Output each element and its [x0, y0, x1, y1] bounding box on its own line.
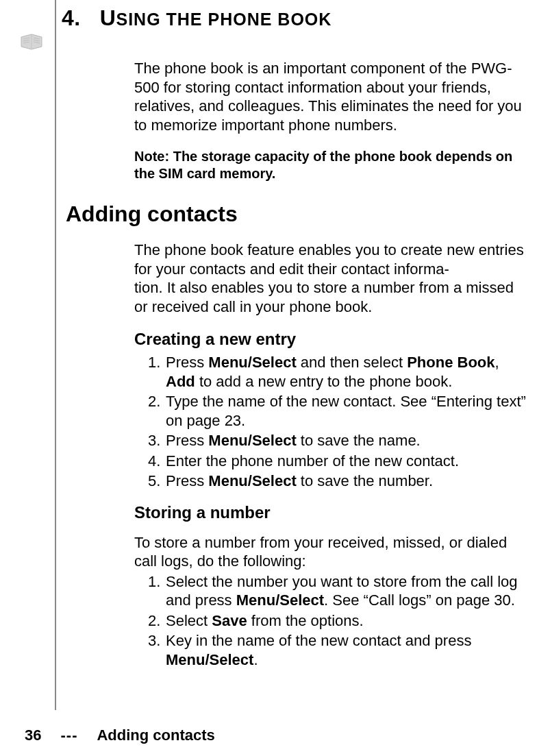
text-run: Select: [166, 612, 212, 629]
text-run: Press: [166, 432, 208, 449]
list-text: Select Save from the options.: [166, 611, 528, 631]
page-footer: 36 --- Adding contacts: [25, 727, 215, 744]
intro-paragraph: The phone book is an important component…: [134, 59, 528, 134]
list-storing-number: 1. Select the number you want to store f…: [148, 572, 528, 670]
subheading-storing: Storing a number: [134, 503, 528, 522]
list-creating-entry: 1. Press Menu/Select and then select Pho…: [148, 353, 528, 491]
footer-separator: ---: [60, 727, 77, 744]
list-number: 1.: [148, 353, 166, 391]
list-item: 3. Press Menu/Select to save the name.: [148, 431, 528, 450]
page-number: 36: [25, 727, 41, 744]
text-run: ,: [495, 354, 499, 371]
list-number: 4.: [148, 452, 166, 471]
text-run: and then select: [297, 354, 407, 371]
chapter-title-rest: SING THE PHONE BOOK: [116, 10, 332, 29]
list-text: Type the name of the new contact. See “E…: [166, 392, 528, 430]
list-item: 4. Enter the phone number of the new con…: [148, 452, 528, 471]
bold-run: Phone Book: [407, 354, 495, 371]
text-run: to save the name.: [297, 432, 421, 449]
list-item: 1. Press Menu/Select and then select Pho…: [148, 353, 528, 391]
text-run: Press: [166, 354, 208, 371]
bold-run: Menu/Select: [208, 432, 296, 449]
chapter-number: 4.: [62, 5, 81, 30]
list-number: 3.: [148, 431, 166, 450]
list-text: Key in the name of the new contact and p…: [166, 631, 528, 669]
bold-run: Menu/Select: [166, 651, 253, 668]
list-number: 2.: [148, 392, 166, 430]
list-text: Press Menu/Select to save the number.: [166, 472, 528, 491]
list-number: 2.: [148, 611, 166, 631]
list-item: 1. Select the number you want to store f…: [148, 572, 528, 610]
list-item: 3. Key in the name of the new contact an…: [148, 631, 528, 669]
text-run: Press: [166, 472, 208, 489]
list-number: 1.: [148, 572, 166, 610]
section-heading-adding: Adding contacts: [66, 202, 460, 227]
body-column: The phone book is an important component…: [134, 59, 528, 681]
text-run: from the options.: [247, 612, 364, 629]
chapter-title-first: U: [100, 5, 116, 30]
list-item: 5. Press Menu/Select to save the number.: [148, 472, 528, 491]
text-run: to add a new entry to the phone book.: [195, 373, 453, 390]
bold-run: Add: [166, 373, 195, 390]
footer-title: Adding contacts: [97, 727, 214, 744]
subheading-creating: Creating a new entry: [134, 330, 528, 349]
margin-rule: [55, 0, 56, 710]
list-item: 2. Type the name of the new contact. See…: [148, 392, 528, 430]
bold-run: Menu/Select: [208, 472, 296, 489]
list-number: 5.: [148, 472, 166, 491]
text-run: .: [253, 651, 258, 668]
list-text: Press Menu/Select and then select Phone …: [166, 353, 528, 391]
text-run: Key in the name of the new contact and p…: [166, 632, 471, 649]
list-item: 2. Select Save from the options.: [148, 611, 528, 631]
list-text: Select the number you want to store from…: [166, 572, 528, 610]
sub2-paragraph: To store a number from your received, mi…: [134, 533, 528, 571]
list-number: 3.: [148, 631, 166, 669]
list-text: Enter the phone number of the new contac…: [166, 452, 528, 471]
bold-run: Menu/Select: [236, 592, 324, 609]
chapter-title: 4. USING THE PHONE BOOK: [62, 5, 332, 31]
bold-run: Save: [212, 612, 247, 629]
list-text: Press Menu/Select to save the name.: [166, 431, 528, 450]
phonebook-icon: [19, 32, 44, 53]
note-paragraph: Note: The storage capacity of the phone …: [134, 148, 528, 182]
section1-paragraph: The phone book feature enables you to cr…: [134, 241, 528, 316]
text-run: . See “Call logs” on page 30.: [324, 592, 515, 609]
text-run: to save the number.: [297, 472, 433, 489]
bold-run: Menu/Select: [208, 354, 296, 371]
